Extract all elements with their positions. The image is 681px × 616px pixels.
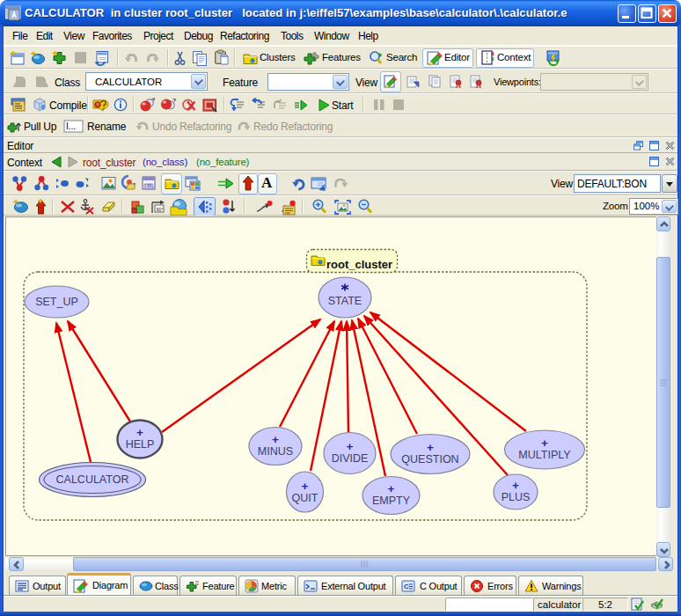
svg-text:+: +: [512, 479, 519, 492]
svg-text:+: +: [388, 482, 395, 495]
svg-text:SET_UP: SET_UP: [35, 296, 78, 308]
svg-text:STATE: STATE: [328, 295, 362, 307]
svg-text:90°: 90°: [157, 207, 164, 212]
svg-text:MINUS: MINUS: [258, 445, 293, 458]
svg-text:root_cluster: root_cluster: [326, 258, 392, 271]
svg-text:+: +: [136, 426, 143, 439]
svg-text:UML: UML: [145, 184, 154, 188]
svg-text:HELP: HELP: [126, 438, 155, 451]
svg-text:I...: I...: [66, 121, 76, 131]
svg-text:+: +: [541, 436, 548, 450]
svg-text:QUESTION: QUESTION: [401, 453, 458, 466]
svg-text:MULTIPLY: MULTIPLY: [518, 449, 571, 461]
svg-text:+: +: [347, 440, 354, 453]
svg-text:+: +: [302, 480, 309, 493]
svg-text:+: +: [272, 433, 279, 446]
svg-text:QUIT: QUIT: [292, 492, 319, 504]
svg-text:DIVIDE: DIVIDE: [332, 452, 369, 465]
svg-text:EMPTY: EMPTY: [372, 495, 411, 507]
svg-text:+: +: [427, 441, 434, 454]
svg-text:C: C: [404, 583, 409, 590]
svg-text:CALCULATOR: CALCULATOR: [56, 473, 129, 486]
svg-text:PLUS: PLUS: [502, 491, 531, 503]
